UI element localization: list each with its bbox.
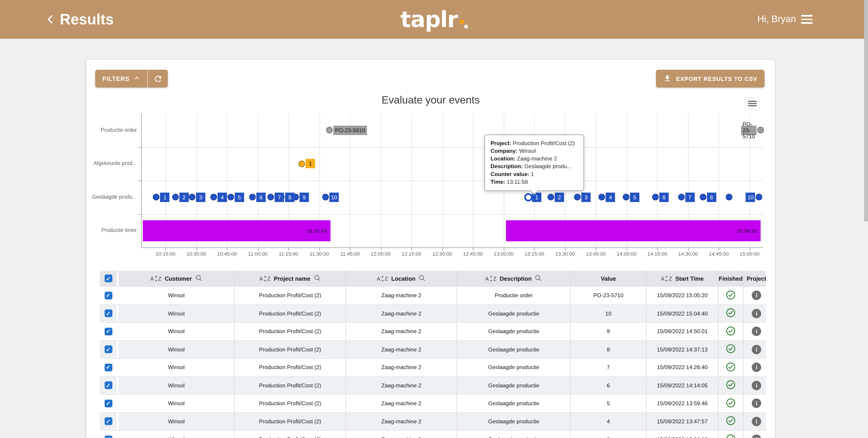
column-header-start-time[interactable]: AZStart Time <box>647 271 718 286</box>
table-row[interactable]: ✓WinsolProduction Profit/Cost (2)Zaag-ma… <box>100 286 766 304</box>
event-marker[interactable] <box>172 194 179 200</box>
project-info-icon[interactable]: i <box>752 327 761 336</box>
event-label[interactable]: 7 <box>275 193 284 202</box>
row-checkbox[interactable]: ✓ <box>104 346 112 353</box>
event-label[interactable]: 2 <box>555 193 564 202</box>
table-row[interactable]: ✓WinsolProduction Profit/Cost (2)Zaag-ma… <box>100 376 766 394</box>
column-header-project[interactable]: Project <box>743 271 766 286</box>
column-header-value[interactable]: Value <box>571 271 647 286</box>
row-checkbox[interactable]: ✓ <box>104 327 112 335</box>
event-marker[interactable] <box>153 194 160 200</box>
row-checkbox[interactable]: ✓ <box>104 381 112 389</box>
export-csv-button[interactable]: EXPORT RESULTS TO CSV <box>656 70 765 88</box>
project-info-icon[interactable]: i <box>752 435 761 438</box>
event-marker[interactable] <box>726 194 733 200</box>
search-icon[interactable] <box>419 274 426 282</box>
row-checkbox[interactable]: ✓ <box>104 436 112 438</box>
event-marker[interactable] <box>524 193 532 201</box>
event-label[interactable]: 5 <box>630 193 640 202</box>
search-icon[interactable] <box>195 274 202 282</box>
event-label[interactable]: 7 <box>685 193 694 202</box>
event-marker[interactable] <box>757 127 764 133</box>
sort-az-icon[interactable]: AZ <box>259 275 270 281</box>
table-row[interactable]: ✓WinsolProduction Profit/Cost (2)Zaag-ma… <box>100 394 766 412</box>
row-checkbox[interactable]: ✓ <box>104 400 112 407</box>
event-label[interactable]: 8 <box>707 193 716 202</box>
event-label[interactable]: 3 <box>581 193 591 202</box>
event-marker[interactable] <box>322 194 329 200</box>
event-label[interactable]: 10 <box>329 193 339 202</box>
menu-icon[interactable] <box>801 15 813 24</box>
event-label[interactable]: PO-23-5810 <box>333 125 367 135</box>
event-marker[interactable] <box>700 194 706 200</box>
project-info-icon[interactable]: i <box>752 416 761 426</box>
event-label[interactable]: 9 <box>300 193 309 202</box>
column-header-customer[interactable]: AZCustomer <box>119 271 235 286</box>
search-icon[interactable] <box>535 274 542 282</box>
column-header-description[interactable]: AZDescription <box>457 271 571 286</box>
sort-az-icon[interactable]: AZ <box>485 275 496 281</box>
event-marker[interactable] <box>249 194 256 200</box>
project-info-icon[interactable]: i <box>752 309 761 318</box>
event-marker[interactable] <box>189 194 195 200</box>
table-row[interactable]: ✓WinsolProduction Profit/Cost (2)Zaag-ma… <box>100 358 766 376</box>
event-marker[interactable] <box>678 194 684 200</box>
project-info-icon[interactable]: i <box>752 381 761 390</box>
row-checkbox[interactable]: ✓ <box>104 310 112 317</box>
event-marker[interactable] <box>298 160 305 167</box>
event-marker[interactable] <box>598 194 605 200</box>
project-info-icon[interactable]: i <box>752 399 761 408</box>
event-label[interactable]: 4 <box>218 193 227 202</box>
filters-button[interactable]: FILTERS <box>95 70 168 88</box>
row-checkbox[interactable]: ✓ <box>104 291 112 299</box>
select-all-header-cell[interactable]: ✓ <box>100 271 119 286</box>
event-label[interactable]: 6 <box>659 193 669 202</box>
event-marker[interactable] <box>574 194 581 200</box>
event-marker[interactable] <box>211 194 217 200</box>
table-row[interactable]: ✓WinsolProduction Profit/Cost (2)Zaag-ma… <box>100 412 766 430</box>
event-marker[interactable] <box>227 194 234 200</box>
event-label[interactable]: 1 <box>306 159 315 168</box>
column-header-project-name[interactable]: AZProject name <box>235 271 346 286</box>
sort-az-icon[interactable]: AZ <box>377 275 388 281</box>
table-row[interactable]: ✓WinsolProduction Profit/Cost (2)Zaag-ma… <box>100 340 766 358</box>
event-marker[interactable] <box>268 194 274 200</box>
x-axis-label: 15:00:00 <box>733 251 766 257</box>
event-marker[interactable] <box>623 194 629 200</box>
event-label[interactable]: 8 <box>285 193 295 202</box>
event-label[interactable]: 2 <box>179 193 189 202</box>
project-info-icon[interactable]: i <box>752 363 761 372</box>
row-checkbox[interactable]: ✓ <box>104 364 112 371</box>
row-checkbox[interactable]: ✓ <box>104 417 112 425</box>
sort-az-icon[interactable]: AZ <box>150 275 161 281</box>
timer-bar[interactable]: 02:04:20 <box>506 220 761 241</box>
user-greeting: Hi, Bryan <box>757 0 796 39</box>
event-marker[interactable] <box>756 194 763 200</box>
location-cell: Zaag-machine 2 <box>346 431 457 438</box>
column-header-finished[interactable]: Finished <box>719 271 743 286</box>
column-header-label: Description <box>500 275 532 282</box>
event-label[interactable]: 4 <box>606 193 615 202</box>
project-info-icon[interactable]: i <box>752 345 761 354</box>
event-marker[interactable] <box>548 194 554 200</box>
event-marker[interactable] <box>326 127 333 133</box>
table-row[interactable]: ✓WinsolProduction Profit/Cost (2)Zaag-ma… <box>100 322 766 340</box>
event-label[interactable]: 6 <box>256 193 266 202</box>
select-all-checkbox[interactable]: ✓ <box>104 275 112 282</box>
sort-az-icon[interactable]: AZ <box>661 275 672 281</box>
table-row[interactable]: ✓WinsolProduction Profit/Cost (2)Zaag-ma… <box>100 304 766 322</box>
timer-bar[interactable]: 01:31:43 <box>143 220 331 241</box>
refresh-button[interactable] <box>148 70 168 88</box>
project-info-icon[interactable]: i <box>752 291 761 300</box>
event-label[interactable]: 10 <box>746 193 755 202</box>
page-scrollbar-thumb[interactable] <box>864 0 868 221</box>
table-row[interactable]: ✓WinsolProduction Profit/Cost (2)Zaag-ma… <box>100 430 766 438</box>
event-label[interactable]: 1 <box>160 193 170 202</box>
column-header-location[interactable]: AZLocation <box>346 271 457 286</box>
chart-context-menu-icon[interactable] <box>745 97 760 110</box>
event-label[interactable]: 5 <box>235 193 244 202</box>
search-icon[interactable] <box>313 274 321 282</box>
event-label[interactable]: 3 <box>196 193 206 202</box>
event-label[interactable]: PO-23-5710 <box>741 125 756 135</box>
start-time-cell: 15/09/2022 15:05:20 <box>647 287 718 304</box>
